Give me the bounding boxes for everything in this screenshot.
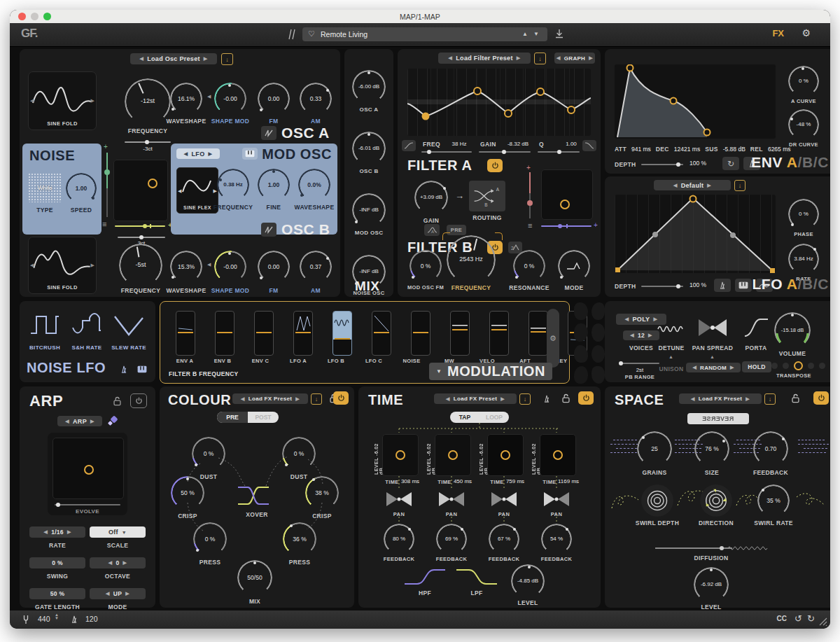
prev-arrow-icon[interactable]: ◀: [446, 396, 450, 402]
env-graph[interactable]: [615, 64, 776, 139]
prev-arrow-icon[interactable]: ◀: [692, 365, 696, 370]
swirl-depth-control[interactable]: [641, 484, 673, 517]
fx-page-button[interactable]: FX: [772, 28, 784, 39]
tap2-time-value[interactable]: 450 ms: [454, 478, 472, 484]
mod-slot-env-b[interactable]: [215, 311, 234, 356]
diffusion-handle[interactable]: [720, 546, 724, 550]
arp-gate-field[interactable]: 50 %: [29, 588, 85, 599]
mix-osc-b-knob[interactable]: -6.01 dB: [352, 132, 386, 165]
loop-option[interactable]: LOOP: [479, 412, 509, 423]
lfo-depth-slider[interactable]: [641, 286, 683, 287]
noise-type-display[interactable]: White: [28, 173, 62, 202]
prev-arrow-icon[interactable]: ◀: [630, 333, 634, 338]
noise-lfo-metronome-icon[interactable]: [116, 363, 132, 375]
osc-a-frequency-knob[interactable]: -12st: [125, 78, 171, 125]
env-loop-icon[interactable]: ↻: [722, 157, 739, 170]
osc-b-fm-knob[interactable]: 0.00: [258, 251, 290, 283]
osc-a-waveshape-knob[interactable]: 16.1%: [170, 83, 202, 115]
tap3-cursor[interactable]: [500, 450, 510, 460]
slew-rate-wave-icon[interactable]: [112, 311, 146, 340]
time-metronome-icon[interactable]: [539, 392, 554, 405]
crisp-right-knob[interactable]: 38 %: [305, 476, 339, 510]
mod-osc-waveshape-knob[interactable]: 0.0%: [298, 169, 330, 201]
space-lock-icon[interactable]: [788, 392, 802, 405]
rel-value[interactable]: 6265 ms: [768, 146, 791, 153]
mod-slot-velo[interactable]: [489, 311, 509, 356]
zoom-window-button[interactable]: [43, 13, 51, 20]
arp-type-selector[interactable]: ◀ARP▶: [57, 416, 102, 426]
tap2-cursor[interactable]: [448, 450, 458, 460]
filter-b-shape-icon[interactable]: A: [424, 224, 440, 236]
osc-mix-xy-pad[interactable]: [113, 160, 168, 221]
space-power-button[interactable]: [813, 391, 829, 405]
env-tabs-bc[interactable]: /B/C: [798, 154, 829, 170]
sus-value[interactable]: -5.88 dB: [723, 146, 746, 153]
osc-a-wave-icon[interactable]: [261, 126, 276, 140]
minimize-window-button[interactable]: [31, 13, 38, 20]
preset-name[interactable]: Remote Living: [321, 30, 368, 39]
filter-preset-save-icon[interactable]: ↓: [534, 53, 546, 64]
arp-sparkle-icon[interactable]: [108, 415, 120, 427]
osc-a-fm-knob[interactable]: 0.00: [258, 83, 290, 115]
osc-b-fine-slider[interactable]: [118, 237, 165, 238]
filter-b-mod-osc-fm-knob[interactable]: 0 %: [410, 250, 442, 282]
pan-expand-icon[interactable]: ▲: [710, 354, 715, 359]
next-arrow-icon[interactable]: ▶: [125, 591, 130, 596]
time-preset-selector[interactable]: ◀Load FX Preset▶: [434, 393, 517, 404]
detune-expand-icon[interactable]: ▲: [668, 354, 673, 359]
arp-rate-selector[interactable]: ◀1/16▶: [29, 526, 85, 538]
mix-pad-cursor[interactable]: [148, 179, 158, 188]
next-arrow-icon[interactable]: ▶: [746, 396, 750, 402]
lfo-preset-selector[interactable]: ◀Default▶: [654, 180, 731, 190]
transpose-dot-active[interactable]: [794, 361, 803, 370]
next-arrow-icon[interactable]: ▶: [648, 333, 652, 338]
prev-arrow-icon[interactable]: ◀: [184, 151, 188, 157]
noise-mix-slider[interactable]: [106, 153, 108, 217]
tap4-pan-icon[interactable]: [542, 490, 570, 508]
space-preset-selector[interactable]: ◀Load FX Preset▶: [679, 393, 762, 404]
time-preset-save-icon[interactable]: ↓: [519, 393, 531, 405]
redo-icon[interactable]: ↻: [807, 613, 815, 624]
env-depth-slider[interactable]: [641, 164, 683, 165]
osc-a-fine-slider[interactable]: [125, 141, 171, 143]
hpf-curve-icon[interactable]: [402, 567, 448, 587]
lfo-tabs-bc[interactable]: /B/C: [798, 276, 829, 292]
master-volume-knob[interactable]: -15.18 dB: [774, 312, 811, 349]
osc-b-waveshape-knob[interactable]: 15.3%: [170, 251, 202, 283]
tap4-xy-pad[interactable]: [540, 434, 576, 476]
tap1-feedback-knob[interactable]: 80 %: [384, 524, 414, 554]
osc-b-wave-icon[interactable]: [261, 223, 276, 237]
filter-xy-pad[interactable]: [541, 169, 593, 220]
preset-next-icon[interactable]: ▼: [533, 31, 539, 37]
env-tab-a[interactable]: A: [787, 154, 798, 170]
cc-button[interactable]: CC: [777, 615, 787, 622]
osc-preset-save-icon[interactable]: ↓: [221, 53, 233, 65]
mod-osc-source-selector[interactable]: ◀ LFO ▶: [176, 148, 220, 159]
prev-arrow-icon[interactable]: ◀: [449, 55, 453, 61]
lfo-phase-knob[interactable]: 0 %: [788, 199, 819, 230]
time-level-knob[interactable]: -4.85 dB: [511, 564, 545, 598]
tuning-stepper[interactable]: ▲▼: [55, 613, 59, 620]
arp-power-button[interactable]: [130, 393, 147, 408]
next-arrow-icon[interactable]: ▶: [730, 365, 734, 370]
size-knob[interactable]: 76 %: [694, 431, 729, 466]
next-arrow-icon[interactable]: ▶: [208, 151, 212, 157]
osc-b-am-knob[interactable]: 0.37: [300, 251, 332, 283]
swirl-rate-knob[interactable]: 35 %: [757, 484, 790, 517]
mix-menu-icon[interactable]: ≡: [102, 220, 106, 228]
prev-arrow-icon[interactable]: ◀: [43, 529, 48, 535]
next-arrow-icon[interactable]: ▶: [67, 529, 71, 535]
tuning-value[interactable]: 440: [38, 615, 50, 623]
osc-preset-selector[interactable]: ◀ Load Osc Preset ▶: [130, 53, 217, 64]
wave-next-icon[interactable]: ▶: [214, 188, 217, 194]
mod-osc-wave-display[interactable]: ◀ ▶ SINE FLEX: [176, 167, 218, 214]
wave-prev-icon[interactable]: ◀: [178, 188, 181, 194]
time-lock-icon[interactable]: [559, 392, 573, 405]
colour-preset-selector[interactable]: ◀Load FX Preset▶: [232, 393, 308, 404]
band-q-slider[interactable]: [538, 151, 580, 153]
tap2-feedback-knob[interactable]: 69 %: [436, 524, 467, 554]
press-left-knob[interactable]: 0 %: [193, 522, 227, 556]
mod-osc-fine-knob[interactable]: 1.00: [258, 169, 290, 201]
save-preset-icon[interactable]: [554, 29, 564, 39]
preset-prev-icon[interactable]: ▲: [522, 31, 528, 37]
